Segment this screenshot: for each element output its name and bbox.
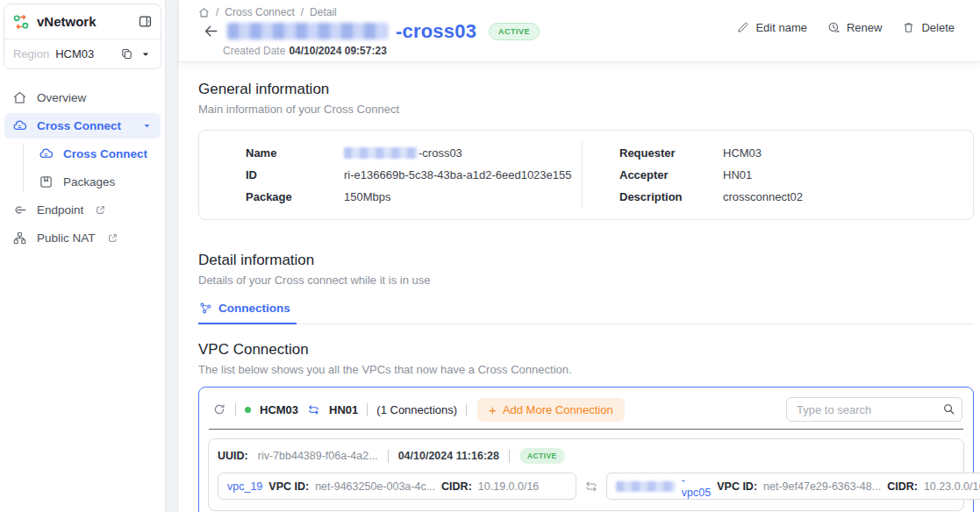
vpc-connection-title: VPC Connection [198, 341, 974, 359]
renew-button[interactable]: Renew [827, 21, 882, 34]
chevron-down-icon[interactable] [141, 120, 153, 132]
edit-name-button[interactable]: Edit name [736, 21, 807, 34]
info-row-id: ID ri-e136669b-5c38-43ba-a1d2-6eed1023e1… [199, 164, 582, 186]
plus-icon: + [489, 403, 497, 416]
redacted-vpc-name-prefix [616, 481, 676, 492]
sidebar-subitem-packages[interactable]: Packages [18, 169, 161, 195]
add-more-connection-label: Add More Connection [503, 403, 613, 416]
renew-clock-icon [827, 21, 841, 34]
description-value: crossconnect02 [723, 190, 803, 203]
breadcrumb-detail: Detail [310, 6, 337, 18]
cidr-label: CIDR: [441, 480, 472, 493]
requester-site: HCM03 [260, 403, 298, 416]
vpc-id-value: net-9463250e-003a-4c... [315, 480, 435, 493]
general-information-card: Name -cross03 ID ri-e136669b-5c38-43ba-a… [198, 130, 974, 220]
connection-date: 04/10/2024 11:16:28 [398, 450, 499, 462]
sidebar-item-cross-connect[interactable]: Cross Connect [4, 113, 161, 139]
status-badge: ACTIVE [489, 23, 540, 40]
divider [466, 403, 467, 416]
detail-information-subtitle: Details of your Cross connect while it i… [198, 274, 974, 287]
info-row-package: Package 150Mbps [199, 186, 582, 208]
copy-icon[interactable] [120, 47, 133, 60]
divider [235, 403, 236, 416]
swap-arrows-icon [584, 480, 598, 494]
vpc-box-left: vpc_19 VPC ID: net-9463250e-003a-4c... C… [218, 473, 576, 500]
general-information-subtitle: Main information of your Cross Connect [198, 103, 974, 116]
tab-connections[interactable]: Connections [198, 300, 297, 324]
breadcrumb-separator: / [216, 6, 218, 18]
sidebar-submenu: Cross Connect Packages [18, 141, 161, 195]
sidebar-collapse-icon[interactable] [138, 14, 153, 29]
main-area: / Cross Connect / Detail -cross03 ACTIVE… [179, 0, 980, 512]
description-label: Description [619, 190, 723, 203]
uuid-value: riv-7bb44389-f06a-4a2... [258, 450, 378, 462]
info-row-description: Description crossconnect02 [583, 186, 973, 208]
connection-card: UUID: riv-7bb44389-f06a-4a2... 04/10/202… [208, 438, 964, 511]
delete-button[interactable]: Delete [902, 21, 955, 34]
vpc-left-name-link[interactable]: vpc_19 [227, 480, 262, 493]
created-date: Created Date04/10/2024 09:57:23 [179, 45, 980, 57]
redacted-resource-name [227, 23, 388, 39]
sidebar-item-label: Overview [37, 91, 86, 104]
redacted-name-prefix [344, 147, 418, 159]
breadcrumb-cross-connect[interactable]: Cross Connect [225, 6, 294, 18]
sidebar-item-label: Cross Connect [37, 119, 121, 132]
header-actions: Edit name Renew Delete [736, 21, 955, 34]
package-value: 150Mbps [344, 190, 390, 203]
detail-information-title: Detail information [198, 252, 974, 269]
sidebar-item-overview[interactable]: Overview [4, 85, 161, 110]
vpc-right-name-link[interactable]: -vpc05 [682, 474, 711, 499]
id-value: ri-e136669b-5c38-43ba-a1d2-6eed1023e155 [344, 168, 572, 181]
status-dot [245, 407, 251, 413]
search-icon[interactable] [942, 402, 955, 416]
general-info-left-column: Name -cross03 ID ri-e136669b-5c38-43ba-a… [199, 142, 582, 208]
region-caret-down-icon[interactable] [139, 48, 152, 60]
vpc-id-value: net-9ef47e29-6363-48... [763, 480, 881, 493]
sidebar-item-label: Cross Connect [63, 147, 147, 160]
connections-count: (1 Connections) [376, 403, 457, 416]
sidebar-subitem-cross-connect[interactable]: Cross Connect [18, 141, 161, 167]
requester-value: HCM03 [723, 146, 762, 160]
external-link-icon [107, 232, 118, 244]
connection-uuid-row: UUID: riv-7bb44389-f06a-4a2... 04/10/202… [218, 445, 955, 466]
created-date-value: 04/10/2024 09:57:23 [289, 45, 386, 57]
toolbar-divider [209, 429, 963, 430]
accepter-site: HN01 [329, 403, 358, 416]
renew-label: Renew [847, 21, 882, 34]
accepter-label: Accepter [619, 168, 723, 181]
vpc-pair-row: vpc_19 VPC ID: net-9463250e-003a-4c... C… [218, 473, 955, 500]
created-date-label: Created Date [223, 45, 285, 57]
vpc-connection-panel: HCM03 HN01 (1 Connections) + Add More Co… [198, 387, 974, 512]
add-more-connection-button[interactable]: + Add More Connection [477, 398, 625, 422]
search-input[interactable] [786, 397, 962, 422]
id-label: ID [246, 168, 344, 181]
vpc-id-label: VPC ID: [268, 480, 309, 493]
sidebar-item-public-nat[interactable]: Public NAT [4, 225, 161, 251]
vpc-connection-subtitle: The list below shows you all the VPCs th… [198, 363, 974, 376]
divider [388, 450, 389, 463]
info-row-requester: Requester HCM03 [583, 142, 973, 164]
vpc-id-label: VPC ID: [717, 480, 757, 493]
swap-arrows-icon [307, 403, 320, 416]
content: General information Main information of … [179, 81, 980, 512]
app-logo-row: vNetwork [4, 4, 161, 39]
cidr-value: 10.23.0.0/16 [924, 480, 980, 493]
name-value: -cross03 [344, 146, 462, 160]
trash-icon [902, 21, 915, 34]
sidebar-item-endpoint[interactable]: Endpoint [4, 197, 161, 223]
back-arrow-button[interactable] [203, 23, 219, 39]
accepter-value: HN01 [723, 168, 752, 181]
region-selector[interactable]: Region HCM03 [4, 39, 161, 68]
connection-status-badge: ACTIVE [519, 448, 565, 464]
home-icon[interactable] [198, 7, 210, 18]
tab-connections-label: Connections [218, 302, 290, 315]
name-label: Name [246, 146, 344, 160]
requester-label: Requester [619, 146, 723, 160]
region-label: Region [13, 47, 49, 60]
vnetwork-logo-icon [12, 13, 30, 31]
general-info-right-column: Requester HCM03 Accepter HN01 Descriptio… [582, 142, 973, 208]
refresh-icon[interactable] [212, 402, 226, 416]
edit-name-label: Edit name [755, 21, 807, 34]
region-value: HCM03 [55, 47, 114, 60]
page-header: / Cross Connect / Detail -cross03 ACTIVE… [179, 0, 980, 62]
